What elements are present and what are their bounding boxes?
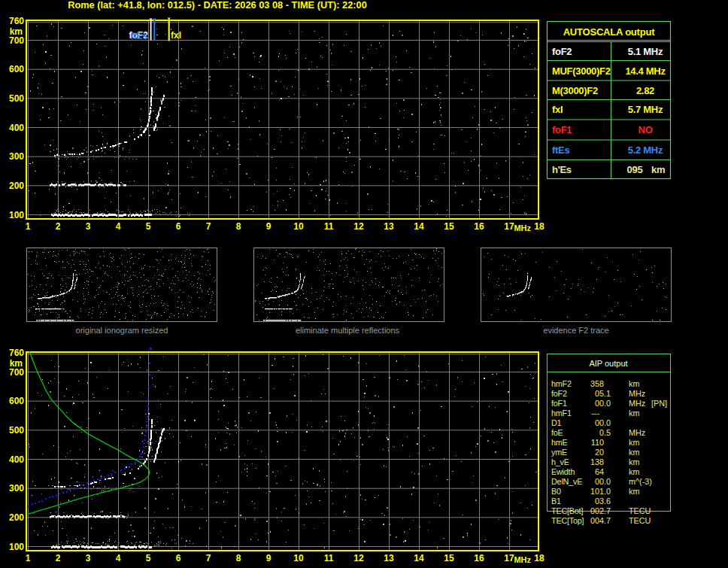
svg-text:evidence F2 trace: evidence F2 trace — [543, 326, 608, 335]
svg-text:MHz: MHz — [629, 428, 645, 437]
svg-text:.0: .0 — [604, 418, 611, 427]
svg-text:600: 600 — [9, 64, 24, 74]
svg-text:002: 002 — [590, 506, 604, 515]
svg-text:eliminate multiple reflections: eliminate multiple reflections — [296, 326, 400, 335]
svg-text:16: 16 — [474, 553, 484, 563]
svg-text:ymE: ymE — [551, 448, 567, 457]
svg-text:6: 6 — [176, 221, 181, 232]
svg-text:3: 3 — [86, 553, 91, 563]
svg-text:hmF2: hmF2 — [551, 379, 572, 388]
svg-text:.6: .6 — [604, 497, 611, 506]
svg-text:18: 18 — [534, 221, 544, 232]
svg-text:.5: .5 — [604, 428, 611, 437]
svg-text:m^(-3): m^(-3) — [629, 477, 652, 486]
svg-text:km: km — [629, 448, 639, 457]
svg-text:MHz: MHz — [514, 555, 531, 564]
svg-text:8: 8 — [236, 221, 241, 232]
svg-text:km: km — [629, 487, 639, 496]
svg-text:TEC[Bot]: TEC[Bot] — [551, 506, 583, 515]
svg-text:[PN]: [PN] — [651, 399, 667, 408]
svg-text:TEC[Top]: TEC[Top] — [551, 516, 584, 525]
svg-text:100: 100 — [9, 542, 24, 552]
svg-text:400: 400 — [9, 454, 24, 465]
svg-text:3: 3 — [86, 221, 91, 232]
svg-text:km: km — [629, 409, 639, 418]
svg-text:fxI: fxI — [171, 30, 181, 41]
svg-text:10: 10 — [293, 221, 304, 232]
svg-text:095: 095 — [627, 164, 643, 175]
svg-text:500: 500 — [9, 93, 24, 104]
svg-text:MHz: MHz — [514, 223, 531, 232]
svg-text:Ewidth: Ewidth — [551, 467, 575, 476]
svg-text:500: 500 — [9, 425, 24, 436]
svg-text:300: 300 — [9, 483, 24, 494]
svg-text:600: 600 — [9, 396, 24, 406]
svg-text:h_vE: h_vE — [551, 457, 569, 466]
svg-text:.0: .0 — [604, 477, 611, 486]
svg-text:2: 2 — [56, 221, 61, 232]
svg-text:5: 5 — [146, 553, 151, 563]
svg-text:Rome (lat: +41.8, lon: 012.5): Rome (lat: +41.8, lon: 012.5) - DATE: 20… — [68, 0, 367, 11]
svg-text:00: 00 — [595, 477, 604, 486]
svg-text:7: 7 — [206, 221, 211, 232]
svg-text:17: 17 — [504, 553, 514, 563]
svg-text:B0: B0 — [551, 487, 561, 496]
svg-text:foF2: foF2 — [551, 389, 567, 398]
svg-text:10: 10 — [293, 553, 304, 563]
svg-text:8: 8 — [236, 553, 241, 563]
svg-text:original ionogram resized: original ionogram resized — [76, 326, 168, 335]
svg-text:101: 101 — [590, 487, 604, 496]
svg-text:200: 200 — [9, 512, 24, 523]
svg-text:14.4 MHz: 14.4 MHz — [625, 65, 666, 77]
svg-text:foF1: foF1 — [552, 124, 572, 135]
svg-text:4: 4 — [116, 221, 121, 232]
svg-text:100: 100 — [9, 210, 24, 220]
svg-text:MUF(3000)F2: MUF(3000)F2 — [552, 65, 611, 77]
svg-text:.0: .0 — [604, 399, 611, 408]
svg-text:km: km — [629, 379, 639, 388]
svg-text:18: 18 — [534, 553, 544, 563]
svg-text:16: 16 — [474, 221, 484, 232]
svg-text:NO: NO — [639, 124, 653, 135]
svg-text:h'Es: h'Es — [552, 164, 572, 175]
svg-text:ftEs: ftEs — [552, 144, 569, 156]
svg-text:700: 700 — [9, 35, 24, 46]
svg-text:15: 15 — [444, 221, 454, 232]
svg-text:hmF1: hmF1 — [551, 409, 572, 418]
svg-text:foE: foE — [551, 428, 563, 437]
svg-text:TECU: TECU — [629, 516, 651, 525]
svg-text:AUTOSCALA output: AUTOSCALA output — [563, 26, 656, 38]
svg-text:MHz: MHz — [629, 399, 645, 408]
svg-text:foF2: foF2 — [552, 46, 572, 57]
svg-text:.1: .1 — [604, 389, 611, 398]
svg-text:200: 200 — [9, 181, 24, 191]
svg-text:138: 138 — [590, 457, 604, 466]
svg-text:9: 9 — [266, 553, 271, 563]
svg-text:358: 358 — [590, 379, 604, 388]
svg-text:15: 15 — [444, 553, 454, 563]
svg-text:1: 1 — [26, 221, 31, 232]
svg-text:64: 64 — [595, 467, 604, 476]
svg-text:110: 110 — [591, 438, 604, 447]
svg-text:5.1 MHz: 5.1 MHz — [628, 46, 663, 57]
svg-text:---: --- — [591, 409, 599, 418]
svg-text:13: 13 — [384, 553, 394, 563]
svg-text:14: 14 — [414, 553, 424, 563]
svg-text:14: 14 — [414, 221, 424, 232]
svg-text:DelN_vE: DelN_vE — [551, 477, 582, 486]
svg-text:.7: .7 — [604, 516, 611, 525]
svg-text:5: 5 — [146, 221, 151, 232]
svg-text:12: 12 — [353, 221, 364, 232]
svg-text:2.82: 2.82 — [636, 85, 654, 96]
svg-text:fxI: fxI — [552, 104, 563, 115]
svg-text:km: km — [651, 164, 665, 175]
svg-text:760: 760 — [9, 348, 24, 358]
svg-text:11: 11 — [324, 221, 334, 232]
svg-text:D1: D1 — [551, 418, 562, 427]
svg-text:M(3000)F2: M(3000)F2 — [552, 85, 598, 96]
svg-text:ftEs: ftEs — [131, 31, 148, 41]
svg-text:6: 6 — [176, 553, 181, 563]
svg-text:km: km — [629, 457, 639, 466]
svg-text:.7: .7 — [604, 506, 611, 515]
svg-text:7: 7 — [206, 553, 211, 563]
